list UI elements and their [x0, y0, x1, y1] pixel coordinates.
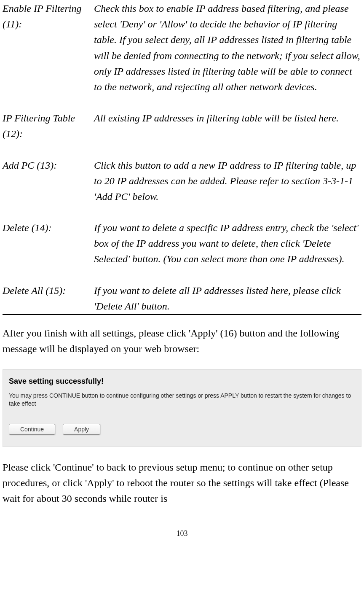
definition-term: Enable IP Filtering (11):: [3, 1, 94, 32]
page-number: 103: [3, 528, 361, 540]
spacer: [3, 142, 361, 158]
definition-row: Add PC (13): Click this button to add a …: [3, 158, 361, 205]
definition-description: Check this box to enable IP address base…: [94, 1, 361, 95]
definition-description: All existing IP addresses in filtering t…: [94, 110, 361, 126]
definition-row: Delete All (15): If you want to delete a…: [3, 283, 361, 314]
dialog-message: You may press CONTINUE button to continu…: [9, 392, 355, 408]
definition-description: If you want to delete a specific IP addr…: [94, 220, 361, 267]
spacer: [3, 205, 361, 220]
definitions-block: Enable IP Filtering (11): Check this box…: [3, 1, 361, 314]
apply-button[interactable]: Apply: [63, 424, 100, 435]
continue-button[interactable]: Continue: [9, 424, 55, 435]
definition-term: Delete All (15):: [3, 283, 94, 299]
definition-term: Add PC (13):: [3, 158, 94, 173]
dialog-screenshot: Save setting successfully! You may press…: [3, 369, 361, 447]
spacer: [3, 95, 361, 110]
continue-instruction-text: Please click 'Continue' to back to previ…: [3, 460, 361, 507]
definition-term: Delete (14):: [3, 220, 94, 236]
spacer: [3, 267, 361, 283]
definition-row: IP Filtering Table (12): All existing IP…: [3, 110, 361, 142]
dialog-buttons: Continue Apply: [9, 424, 355, 435]
definition-row: Enable IP Filtering (11): Check this box…: [3, 1, 361, 95]
definition-row: Delete (14): If you want to delete a spe…: [3, 220, 361, 267]
save-dialog: Save setting successfully! You may press…: [3, 369, 361, 447]
section-divider: [3, 314, 361, 315]
dialog-title: Save setting successfully!: [9, 376, 355, 388]
definition-description: Click this button to add a new IP addres…: [94, 158, 361, 205]
definition-description: If you want to delete all IP addresses l…: [94, 283, 361, 314]
after-settings-text: After you finish with all settings, plea…: [3, 326, 361, 357]
definition-term: IP Filtering Table (12):: [3, 110, 94, 142]
